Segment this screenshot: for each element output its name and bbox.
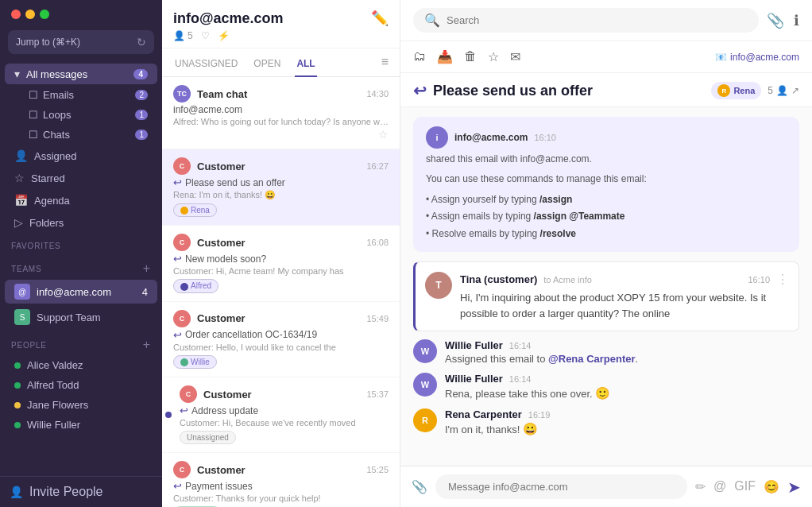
thread-title-text: Please send us an offer [433,83,593,99]
willie-assign-text: Assigned this email to @Rena Carpenter. [445,353,799,365]
compose-input[interactable] [435,474,687,499]
willie-name-1: Willie Fuller [445,339,503,351]
email-action-icon[interactable]: ✉ [510,49,520,64]
sidebar-person-alfred[interactable]: Alfred Todd [5,376,157,394]
sidebar-item-folders[interactable]: ▷ Folders [5,212,157,233]
person-label-alice: Alice Valdez [27,359,83,371]
conversation-item-payment[interactable]: C Customer 15:25 ↩ Payment issues Custom… [162,453,400,507]
convo-time-customer-offer: 16:27 [366,161,389,171]
maximize-button[interactable] [40,10,49,19]
sidebar-person-willie[interactable]: Willie Fuller [5,416,157,434]
send-button[interactable]: ➤ [787,478,801,497]
sidebar-person-alice[interactable]: Alice Valdez [5,356,157,374]
compose-gif-icon[interactable]: GIF [734,479,756,494]
inbox-title: info@acme.com [173,10,284,27]
trash-action-icon[interactable]: 🗑 [464,49,477,64]
add-team-button[interactable]: + [143,261,151,276]
convo-name-team-chat: Team chat [197,88,247,100]
convo-preview-offer: Rena: I'm on it, thanks! 😀 [173,190,389,200]
avatar-customer-offer: C [173,157,191,175]
reply-icon-payment: ↩ [173,480,182,492]
sidebar-item-emails[interactable]: ☐ Emails 2 [5,86,157,104]
willie-message: W Willie Fuller 16:14 Rena, please take … [413,373,799,401]
compose-button[interactable]: ✏️ [371,10,389,27]
conversation-item-order[interactable]: C Customer 15:49 ↩ Order cancellation OC… [162,302,400,377]
archive-action-icon[interactable]: 📥 [437,49,453,64]
sidebar-item-starred[interactable]: ☆ Starred [5,168,157,188]
sidebar-item-loops[interactable]: ☐ Loops 1 [5,106,157,124]
compose-emoji-icon[interactable]: 😊 [764,479,779,494]
reply-icon-address: ↩ [180,404,188,416]
close-button[interactable] [11,10,21,19]
tina-time: 16:10 [748,275,770,284]
star-convo-icon[interactable]: ☆ [378,128,389,141]
sidebar-item-agenda[interactable]: 📅 Agenda [5,190,157,211]
tab-open[interactable]: OPEN [252,55,282,77]
star-action-icon[interactable]: ☆ [488,49,499,64]
jump-to-button[interactable]: Jump to (⌘+K) ↻ [8,30,154,54]
conversation-list-panel: info@acme.com ✏️ 👤 5 ♡ ⚡ UNASSIGNED OPEN… [162,0,400,507]
star-icon: ☆ [14,172,25,184]
sidebar-item-support-team[interactable]: S Support Team [5,305,157,329]
compose-format-icon[interactable]: ✏ [695,479,706,494]
info-icon[interactable]: ℹ [794,12,799,29]
thread-actions-bar: 🗂 📥 🗑 ☆ ✉ 📧 info@acme.com [400,41,812,73]
messages-area: i info@acme.com 16:10 shared this email … [400,107,812,466]
compose-mention-icon[interactable]: @ [713,479,726,494]
system-time: 16:10 [534,133,556,142]
tab-all[interactable]: ALL [295,55,316,77]
conversation-item-team-chat[interactable]: TC Team chat 14:30 info@acme.com Alfred:… [162,77,400,149]
sidebar-item-info-acme[interactable]: @ info@acme.com 4 [5,280,157,304]
convo-time-customer-order: 15:49 [366,314,389,323]
sidebar: Jump to (⌘+K) ↻ ▾ All messages 4 ☐ Email… [0,0,162,507]
compose-attachment-icon[interactable]: 📎 [412,479,427,494]
tab-unassigned[interactable]: UNASSIGNED [173,55,239,77]
search-input[interactable] [447,14,748,26]
system-text: shared this email with info@acme.com. [426,153,787,164]
rena-message: R Rena Carpenter 16:19 I'm on it, thanks… [413,408,799,436]
sidebar-item-all-messages[interactable]: ▾ All messages 4 [5,64,157,84]
more-options-icon[interactable]: ⋮ [776,272,789,287]
chats-badge: 1 [135,130,148,140]
convo-preview-order: Customer: Hello, I would like to cancel … [173,343,389,352]
loops-badge: 1 [135,110,148,120]
conversation-item-offer[interactable]: C Customer 16:27 ↩ Please send us an off… [162,149,400,226]
conversation-item-address[interactable]: C Customer 15:37 ↩ Address update Custom… [162,377,400,453]
system-commands: You can use these commands to manage thi… [426,171,787,242]
rena-avatar: R [413,408,437,432]
status-dot-willie [14,422,21,428]
convo-subject-offer: ↩ Please send us an offer [173,176,389,188]
convo-preview-team-chat: Alfred: Who is going out for lunch today… [173,117,389,126]
add-person-button[interactable]: + [143,338,151,352]
sidebar-person-jane[interactable]: Jane Flowers [5,396,157,414]
filter-icon[interactable]: ≡ [381,55,389,76]
tina-avatar: T [425,272,452,299]
thread-meta: R Rena 5 👤 ↗ [711,82,799,99]
reply-icon-order: ↩ [173,329,182,341]
assignee-badge[interactable]: R Rena [711,82,761,99]
search-box[interactable]: 🔍 [413,8,759,33]
invite-label: Invite People [29,485,103,499]
attachment-icon[interactable]: 📎 [767,12,784,29]
willie-time-2: 16:14 [509,374,532,384]
inbox-tag-label: info@acme.com [730,52,799,63]
loops-icon: ☐ [29,109,38,121]
assigned-icon: 👤 [14,149,28,162]
willie-avatar-1: W [413,339,437,363]
minimize-button[interactable] [25,10,35,19]
tina-name: Tina (customer) [460,273,537,285]
chevron-icon: ▾ [14,68,20,80]
status-dot-alfred [14,382,21,389]
convo-preview-models: Customer: Hi, Acme team! My company has [173,266,389,276]
person-label-jane: Jane Flowers [27,399,88,411]
inbox-tag-info: 📧 info@acme.com [715,52,799,63]
invite-people-button[interactable]: 👤 Invite People [0,476,162,507]
conversation-item-new-models[interactable]: C Customer 16:08 ↩ New models soon? Cust… [162,226,400,301]
folder-action-icon[interactable]: 🗂 [413,49,426,64]
inbox-header: info@acme.com ✏️ 👤 5 ♡ ⚡ [162,0,400,48]
system-avatar: i [426,126,448,149]
sidebar-item-chats[interactable]: ☐ Chats 1 [5,126,157,144]
chats-icon: ☐ [29,129,38,141]
sidebar-item-assigned[interactable]: 👤 Assigned [5,145,157,166]
header-icons: 📎 ℹ [767,12,799,29]
